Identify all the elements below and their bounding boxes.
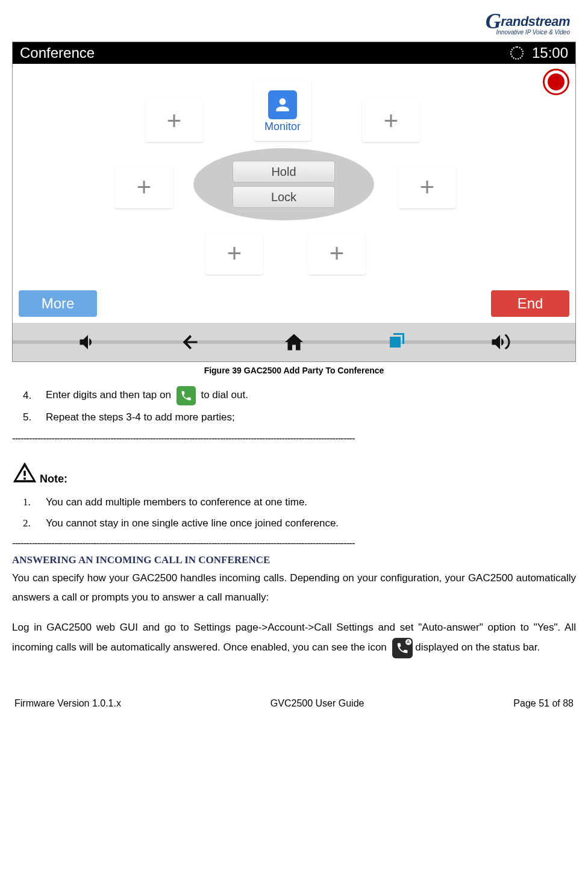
more-button[interactable]: More bbox=[19, 290, 97, 317]
add-slot[interactable]: + bbox=[145, 100, 203, 142]
screenshot-figure: Conference 15:00 + + + + + + Monitor Hol… bbox=[12, 42, 576, 362]
note-label: Note: bbox=[40, 473, 67, 485]
note-list: 1. You can add multiple members to confe… bbox=[12, 494, 576, 532]
paragraph: You can specify how your GAC2500 handles… bbox=[12, 569, 576, 608]
refresh-icon bbox=[510, 46, 524, 60]
paragraph: Log in GAC2500 web GUI and go to Setting… bbox=[12, 618, 576, 658]
list-item: 1. You can add multiple members to confe… bbox=[12, 494, 576, 511]
step-text: to dial out. bbox=[201, 389, 248, 401]
clock-time: 15:00 bbox=[532, 45, 568, 61]
step-text: Repeat the steps 3-4 to add more parties… bbox=[46, 409, 235, 426]
svg-rect-0 bbox=[23, 470, 26, 476]
volume-up-icon[interactable] bbox=[488, 330, 512, 354]
step-text: Enter digits and then tap on bbox=[46, 389, 171, 401]
note-text: You can add multiple members to conferen… bbox=[46, 494, 307, 511]
end-button[interactable]: End bbox=[491, 290, 569, 317]
logo-g: G bbox=[486, 9, 501, 33]
brand-logo: Grandstream Innovative IP Voice & Video bbox=[12, 6, 576, 36]
plus-icon: + bbox=[227, 241, 242, 266]
add-slot[interactable]: + bbox=[115, 166, 173, 208]
divider: ----------------------------------------… bbox=[12, 432, 576, 445]
paragraph-text: displayed on the status bar. bbox=[415, 641, 540, 653]
auto-answer-icon: A bbox=[392, 638, 413, 658]
svg-rect-1 bbox=[23, 478, 26, 480]
plus-icon: + bbox=[137, 175, 152, 200]
page-footer: Firmware Version 1.0.1.x GVC2500 User Gu… bbox=[12, 698, 576, 709]
monitor-label: Monitor bbox=[264, 120, 301, 133]
add-slot[interactable]: + bbox=[398, 166, 456, 208]
list-item: 2. You cannot stay in one single active … bbox=[12, 515, 576, 532]
status-bar: Conference 15:00 bbox=[13, 42, 575, 64]
step-list: 4. Enter digits and then tap on to dial … bbox=[12, 386, 576, 426]
note-number: 2. bbox=[23, 515, 37, 532]
add-slot[interactable]: + bbox=[362, 100, 420, 142]
plus-icon: + bbox=[330, 241, 345, 266]
back-icon[interactable] bbox=[179, 330, 203, 354]
monitor-tile[interactable]: Monitor bbox=[254, 82, 311, 141]
add-slot[interactable]: + bbox=[205, 232, 263, 275]
note-header: Note: bbox=[12, 460, 576, 485]
list-item: 5. Repeat the steps 3-4 to add more part… bbox=[12, 409, 576, 426]
step-number: 4. bbox=[23, 387, 37, 405]
add-slot[interactable]: + bbox=[308, 232, 366, 275]
hold-button[interactable]: Hold bbox=[233, 161, 335, 183]
volume-down-icon[interactable] bbox=[76, 330, 100, 354]
warning-icon bbox=[12, 460, 37, 485]
dial-icon bbox=[177, 386, 196, 405]
conference-body: + + + + + + Monitor Hold Lock More End bbox=[13, 64, 575, 323]
step-number: 5. bbox=[23, 409, 37, 426]
home-icon[interactable] bbox=[282, 330, 306, 354]
footer-center: GVC2500 User Guide bbox=[271, 698, 364, 709]
logo-text: randstream bbox=[501, 14, 570, 29]
note-number: 1. bbox=[23, 494, 37, 511]
plus-icon: + bbox=[167, 108, 182, 134]
list-item: 4. Enter digits and then tap on to dial … bbox=[12, 386, 576, 405]
app-title: Conference bbox=[20, 45, 95, 61]
figure-caption: Figure 39 GAC2500 Add Party To Conferenc… bbox=[12, 366, 576, 375]
footer-right: Page 51 of 88 bbox=[513, 698, 574, 709]
divider: ----------------------------------------… bbox=[12, 537, 576, 549]
record-button[interactable] bbox=[543, 69, 569, 95]
plus-icon: + bbox=[384, 108, 399, 134]
lock-button[interactable]: Lock bbox=[233, 186, 335, 208]
center-controls: Hold Lock bbox=[193, 148, 374, 220]
section-heading: ANSWERING AN INCOMING CALL IN CONFERENCE bbox=[12, 554, 576, 566]
note-text: You cannot stay in one single active lin… bbox=[46, 515, 339, 532]
plus-icon: + bbox=[420, 175, 435, 200]
recent-apps-icon[interactable] bbox=[385, 330, 409, 354]
footer-left: Firmware Version 1.0.1.x bbox=[14, 698, 121, 709]
nav-bar bbox=[13, 323, 575, 361]
person-icon bbox=[268, 90, 297, 119]
